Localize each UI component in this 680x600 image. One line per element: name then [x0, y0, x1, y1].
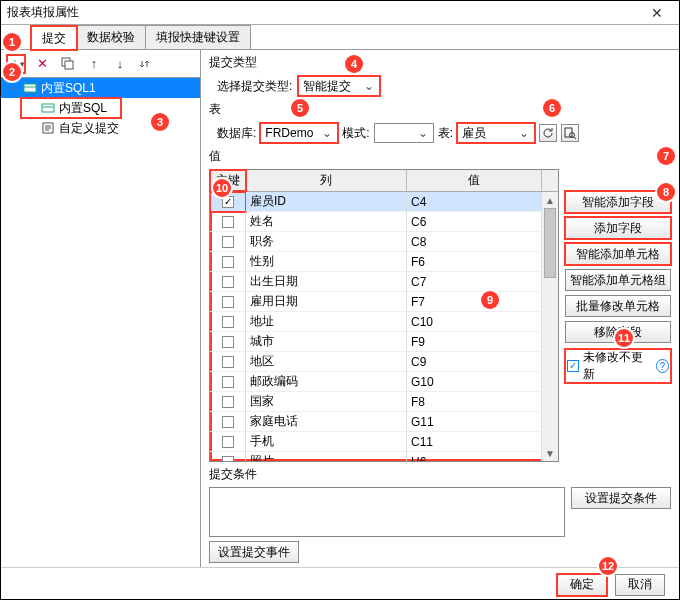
table-row[interactable]: 家庭电话G11	[210, 412, 558, 432]
scrollbar[interactable]: ▲ ▼	[542, 192, 558, 461]
cell-val: C6	[407, 212, 542, 232]
checkbox-icon[interactable]	[222, 416, 234, 428]
cell-val: G11	[407, 412, 542, 432]
arrow-down-icon[interactable]: ↓	[111, 55, 129, 73]
cell-col: 雇员ID	[246, 192, 407, 212]
checkbox-icon[interactable]	[222, 396, 234, 408]
refresh-icon[interactable]	[539, 124, 557, 142]
label-submit-type: 选择提交类型:	[217, 78, 292, 95]
table-row[interactable]: 雇员IDC4	[210, 192, 558, 212]
smart-add-field-button[interactable]: 智能添加字段	[565, 191, 671, 213]
tab-bar: 提交 数据校验 填报快捷键设置	[1, 25, 679, 49]
checkbox-icon[interactable]	[222, 336, 234, 348]
ok-button[interactable]: 确定	[557, 574, 607, 596]
table-row[interactable]: 邮政编码G10	[210, 372, 558, 392]
svg-rect-3	[42, 104, 54, 112]
checkbox-icon	[567, 360, 579, 372]
table-row[interactable]: 照片H6	[210, 452, 558, 461]
batch-cell-button[interactable]: 批量修改单元格	[565, 295, 671, 317]
scroll-down-icon[interactable]: ▼	[542, 445, 558, 461]
table-row[interactable]: 地址C10	[210, 312, 558, 332]
table-row[interactable]: 姓名C6	[210, 212, 558, 232]
checkbox-icon[interactable]	[222, 216, 234, 228]
combo-schema[interactable]: ⌄	[374, 123, 434, 143]
scroll-thumb[interactable]	[544, 208, 556, 278]
tree-item-selected[interactable]: − 内置SQL1	[1, 78, 200, 98]
callout-1: 1	[3, 33, 21, 51]
callout-8: 8	[657, 183, 675, 201]
svg-rect-2	[24, 84, 36, 92]
checkbox-icon[interactable]	[222, 456, 234, 462]
cond-box	[209, 487, 565, 537]
cell-col: 城市	[246, 332, 407, 352]
group-cond: 提交条件	[209, 466, 671, 483]
x-icon[interactable]: ✕	[33, 55, 51, 73]
cell-val: H6	[407, 452, 542, 461]
set-cond-button[interactable]: 设置提交条件	[571, 487, 671, 509]
search-sql-icon[interactable]	[561, 124, 579, 142]
tab-validate[interactable]: 数据校验	[76, 25, 146, 49]
help-icon[interactable]: ?	[656, 359, 669, 373]
table-row[interactable]: 性别F6	[210, 252, 558, 272]
cancel-button[interactable]: 取消	[615, 574, 665, 596]
chevron-down-icon: ⌄	[319, 126, 335, 140]
sort-icon[interactable]	[137, 55, 155, 73]
checkbox-icon[interactable]	[222, 296, 234, 308]
cell-col: 职务	[246, 232, 407, 252]
checkbox-icon[interactable]	[222, 256, 234, 268]
value-grid: 主键 列 值 雇员IDC4姓名C6职务C8性别F6出生日期C7雇用日期F7地址C…	[209, 169, 559, 462]
cell-col: 姓名	[246, 212, 407, 232]
group-value: 值	[209, 148, 671, 165]
table-row[interactable]: 国家F8	[210, 392, 558, 412]
custom-icon	[41, 121, 55, 135]
cell-col: 邮政编码	[246, 372, 407, 392]
tree-label: 自定义提交	[59, 120, 119, 137]
cell-col: 地址	[246, 312, 407, 332]
collapse-icon[interactable]: −	[9, 81, 17, 95]
table-row[interactable]: 手机C11	[210, 432, 558, 452]
close-icon[interactable]: ✕	[641, 5, 673, 21]
checkbox-icon[interactable]	[222, 436, 234, 448]
noupdate-label: 未修改不更新	[583, 349, 652, 383]
checkbox-icon[interactable]	[222, 356, 234, 368]
combo-submit-type[interactable]: 智能提交⌄	[298, 76, 380, 96]
noupdate-check[interactable]: 未修改不更新 ?	[565, 349, 671, 383]
checkbox-icon[interactable]	[222, 276, 234, 288]
col-column[interactable]: 列	[246, 170, 407, 191]
table-row[interactable]: 出生日期C7	[210, 272, 558, 292]
tree-item-custom[interactable]: 自定义提交	[21, 118, 200, 138]
col-value[interactable]: 值	[407, 170, 542, 191]
cell-val: C9	[407, 352, 542, 372]
label-db: 数据库:	[217, 125, 256, 142]
cell-val: G10	[407, 372, 542, 392]
tree-item-builtin-sql[interactable]: 内置SQL	[21, 98, 121, 118]
cell-val: F8	[407, 392, 542, 412]
combo-db[interactable]: FRDemo⌄	[260, 123, 338, 143]
chevron-down-icon: ⌄	[415, 126, 431, 140]
group-table: 表	[209, 101, 671, 118]
table-row[interactable]: 地区C9	[210, 352, 558, 372]
cell-val: C7	[407, 272, 542, 292]
table-row[interactable]: 职务C8	[210, 232, 558, 252]
callout-4: 4	[345, 55, 363, 73]
table-row[interactable]: 雇用日期F7	[210, 292, 558, 312]
set-event-button[interactable]: 设置提交事件	[209, 541, 299, 563]
tree-label: 内置SQL	[59, 100, 107, 117]
checkbox-icon[interactable]	[222, 316, 234, 328]
callout-11: 11	[615, 329, 633, 347]
copy-icon[interactable]	[59, 55, 77, 73]
checkbox-icon[interactable]	[222, 236, 234, 248]
smart-add-cellgroup-button[interactable]: 智能添加单元格组	[565, 269, 671, 291]
checkbox-icon[interactable]	[222, 196, 234, 208]
tab-submit[interactable]: 提交	[31, 26, 77, 50]
combo-table[interactable]: 雇员⌄	[457, 123, 535, 143]
table-row[interactable]: 城市F9	[210, 332, 558, 352]
smart-add-cell-button[interactable]: 智能添加单元格	[565, 243, 671, 265]
svg-rect-1	[65, 61, 73, 69]
add-field-button[interactable]: 添加字段	[565, 217, 671, 239]
cell-val: C10	[407, 312, 542, 332]
arrow-up-icon[interactable]: ↑	[85, 55, 103, 73]
checkbox-icon[interactable]	[222, 376, 234, 388]
scroll-up-icon[interactable]: ▲	[542, 192, 558, 208]
tab-shortcut[interactable]: 填报快捷键设置	[145, 25, 251, 49]
